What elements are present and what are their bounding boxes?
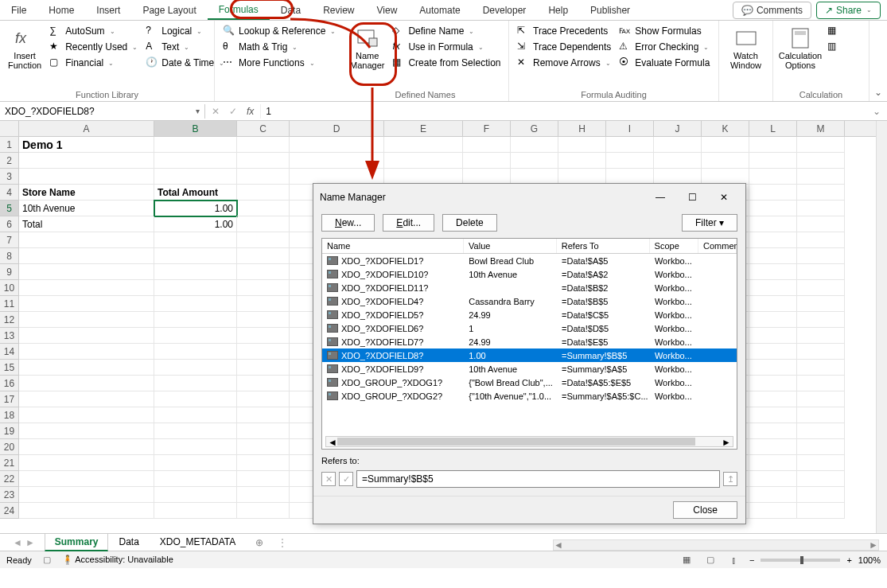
cell-B19[interactable] [154, 423, 237, 439]
row-header-22[interactable]: 22 [0, 471, 18, 487]
cell-L21[interactable] [749, 455, 797, 471]
cell-C2[interactable] [237, 153, 290, 169]
cell-A13[interactable] [19, 328, 154, 344]
row-header-17[interactable]: 17 [0, 391, 18, 407]
cell-B17[interactable] [154, 391, 237, 407]
cell-L6[interactable] [749, 216, 797, 232]
range-picker-button[interactable]: ↥ [723, 472, 737, 486]
page-layout-view-button[interactable]: ▢ [702, 555, 719, 565]
name-row[interactable]: XDO_GROUP_?XDOG1?{"Bowl Bread Club",...=… [322, 376, 737, 389]
cell-M9[interactable] [797, 264, 845, 280]
cell-M21[interactable] [797, 455, 845, 471]
col-header-A[interactable]: A [19, 121, 154, 136]
cell-C11[interactable] [237, 296, 290, 312]
cell-L4[interactable] [749, 185, 797, 201]
cell-C19[interactable] [237, 423, 290, 439]
row-header-24[interactable]: 24 [0, 503, 18, 519]
name-manager-button[interactable]: Name Manager [348, 24, 386, 72]
row-header-20[interactable]: 20 [0, 439, 18, 455]
select-all-corner[interactable] [0, 121, 19, 137]
cell-M16[interactable] [797, 376, 845, 391]
cell-C7[interactable] [237, 232, 290, 248]
cell-L17[interactable] [749, 391, 797, 407]
logical-button[interactable]: ?Logical⌄ [144, 24, 226, 38]
cell-A18[interactable] [19, 407, 154, 423]
text-button[interactable]: AText⌄ [144, 40, 226, 54]
cell-C4[interactable] [237, 185, 290, 201]
cell-E3[interactable] [384, 169, 463, 185]
maximize-button[interactable]: ☐ [677, 189, 707, 206]
cell-B12[interactable] [154, 312, 237, 328]
refers-confirm-button[interactable]: ✓ [339, 472, 353, 486]
trace-dependents-button[interactable]: ⇲Trace Dependents [515, 40, 613, 54]
tab-developer[interactable]: Developer [472, 2, 538, 19]
cell-M12[interactable] [797, 312, 845, 328]
page-break-view-button[interactable]: ⫿ [726, 555, 743, 565]
cell-L1[interactable] [749, 137, 797, 153]
cell-A23[interactable] [19, 487, 154, 503]
cell-M11[interactable] [797, 296, 845, 312]
cell-F2[interactable] [463, 153, 511, 169]
cell-M3[interactable] [797, 169, 845, 185]
create-from-selection-button[interactable]: ▦Create from Selection [391, 56, 502, 70]
cell-M1[interactable] [797, 137, 845, 153]
cell-M5[interactable] [797, 201, 845, 216]
col-header-F[interactable]: F [463, 121, 511, 136]
cell-M20[interactable] [797, 439, 845, 455]
cell-I1[interactable] [606, 137, 654, 153]
use-in-formula-button[interactable]: fxUse in Formula⌄ [391, 40, 502, 54]
vertical-scrollbar[interactable] [876, 121, 887, 533]
row-header-6[interactable]: 6 [0, 216, 18, 232]
cell-D2[interactable] [290, 153, 384, 169]
cell-B15[interactable] [154, 360, 237, 376]
cell-A5[interactable]: 10th Avenue [19, 201, 154, 216]
cell-M6[interactable] [797, 216, 845, 232]
cell-M2[interactable] [797, 153, 845, 169]
row-header-15[interactable]: 15 [0, 360, 18, 376]
row-header-14[interactable]: 14 [0, 344, 18, 360]
name-row[interactable]: XDO_?XDOFIELD6?1=Data!$D$5Workbo... [322, 321, 737, 335]
row-header-16[interactable]: 16 [0, 376, 18, 391]
horizontal-scrollbar[interactable]: ◄► [553, 539, 879, 551]
tab-home[interactable]: Home [37, 2, 85, 19]
col-header-M[interactable]: M [797, 121, 845, 136]
cell-L7[interactable] [749, 232, 797, 248]
calc-options-button[interactable]: Calculation Options [780, 24, 821, 72]
cell-L22[interactable] [749, 471, 797, 487]
cell-L23[interactable] [749, 487, 797, 503]
new-sheet-button[interactable]: ⊕ [247, 537, 271, 548]
row-header-23[interactable]: 23 [0, 487, 18, 503]
cell-L8[interactable] [749, 248, 797, 264]
col-header-G[interactable]: G [511, 121, 558, 136]
cell-K1[interactable] [702, 137, 749, 153]
cell-A7[interactable] [19, 232, 154, 248]
cell-C1[interactable] [237, 137, 290, 153]
zoom-out-button[interactable]: − [749, 555, 754, 565]
cell-M15[interactable] [797, 360, 845, 376]
tab-automate[interactable]: Automate [408, 2, 471, 19]
cell-E2[interactable] [384, 153, 463, 169]
cell-G1[interactable] [511, 137, 558, 153]
cell-K3[interactable] [702, 169, 749, 185]
dialog-col-scope[interactable]: Scope [650, 239, 698, 253]
cell-C10[interactable] [237, 280, 290, 296]
cell-B14[interactable] [154, 344, 237, 360]
row-header-18[interactable]: 18 [0, 407, 18, 423]
cell-A1[interactable]: Demo 1 [19, 137, 154, 153]
cell-I2[interactable] [606, 153, 654, 169]
tab-publisher[interactable]: Publisher [579, 2, 641, 19]
name-row[interactable]: XDO_?XDOFIELD11?=Data!$B$2Workbo... [322, 281, 737, 294]
name-row[interactable]: XDO_?XDOFIELD8?1.00=Summary!$B$5Workbo..… [322, 349, 737, 362]
cell-B10[interactable] [154, 280, 237, 296]
more-functions-button[interactable]: ⋯More Functions⌄ [221, 56, 337, 70]
cell-C9[interactable] [237, 264, 290, 280]
sheet-nav-next-button[interactable]: ► [25, 537, 35, 548]
cell-C16[interactable] [237, 376, 290, 391]
col-header-K[interactable]: K [702, 121, 749, 136]
cell-B9[interactable] [154, 264, 237, 280]
calc-sheet-button[interactable]: ▥ [826, 40, 842, 54]
cell-B24[interactable] [154, 503, 237, 519]
cell-C14[interactable] [237, 344, 290, 360]
cell-D3[interactable] [290, 169, 384, 185]
cell-A6[interactable]: Total [19, 216, 154, 232]
